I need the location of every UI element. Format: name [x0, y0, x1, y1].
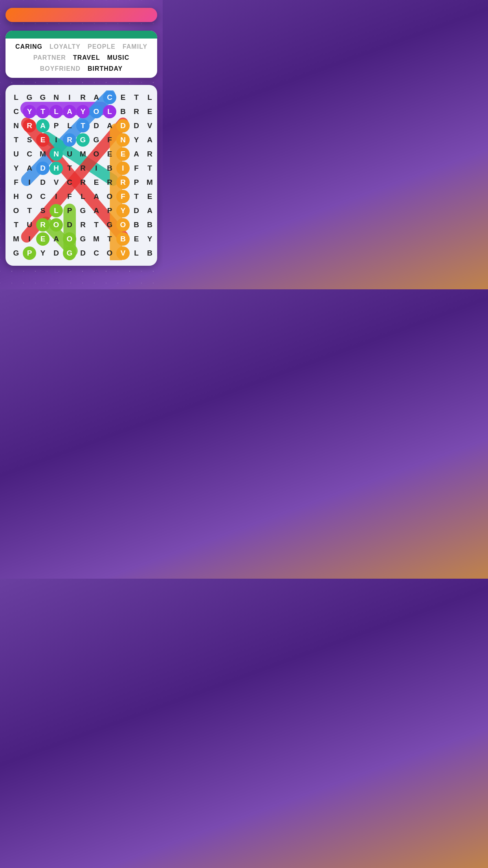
grid-cell[interactable]: T	[103, 232, 116, 246]
grid-cell[interactable]: C	[103, 90, 116, 105]
grid-cell[interactable]: B	[143, 246, 156, 260]
grid-cell[interactable]: A	[103, 119, 116, 133]
grid-cell[interactable]: U	[63, 147, 76, 161]
grid-cell[interactable]: U	[23, 218, 36, 232]
grid-cell[interactable]: F	[103, 133, 116, 147]
grid-cell[interactable]: R	[76, 218, 90, 232]
grid-cell[interactable]: C	[63, 175, 76, 189]
grid-cell[interactable]: R	[76, 161, 90, 175]
grid-cell[interactable]: T	[130, 189, 143, 204]
grid-cell[interactable]: O	[116, 218, 130, 232]
grid-cell[interactable]: R	[23, 119, 36, 133]
grid-cell[interactable]: A	[90, 204, 103, 218]
grid-cell[interactable]: R	[76, 175, 90, 189]
grid-cell[interactable]: G	[90, 133, 103, 147]
grid-cell[interactable]: E	[103, 147, 116, 161]
grid-cell[interactable]: E	[143, 105, 156, 119]
grid-cell[interactable]: S	[36, 204, 50, 218]
grid-cell[interactable]: I	[90, 161, 103, 175]
grid-cell[interactable]: E	[36, 133, 50, 147]
grid-cell[interactable]: B	[116, 232, 130, 246]
grid-cell[interactable]: T	[130, 90, 143, 105]
grid-cell[interactable]: A	[90, 90, 103, 105]
grid-cell[interactable]: A	[36, 119, 50, 133]
grid-cell[interactable]: G	[76, 204, 90, 218]
grid-cell[interactable]: B	[116, 105, 130, 119]
grid-cell[interactable]: O	[90, 105, 103, 119]
grid-cell[interactable]: N	[116, 133, 130, 147]
grid-cell[interactable]: P	[23, 246, 36, 260]
grid-cell[interactable]: L	[76, 189, 90, 204]
grid-cell[interactable]: L	[103, 105, 116, 119]
grid-cell[interactable]: R	[103, 175, 116, 189]
grid-cell[interactable]: D	[130, 119, 143, 133]
grid-cell[interactable]: O	[103, 246, 116, 260]
grid-cell[interactable]: H	[9, 189, 23, 204]
grid-cell[interactable]: I	[50, 133, 63, 147]
grid-cell[interactable]: P	[63, 204, 76, 218]
grid-cell[interactable]: P	[50, 119, 63, 133]
grid-cell[interactable]: F	[130, 161, 143, 175]
grid-cell[interactable]: L	[130, 246, 143, 260]
grid-cell[interactable]: S	[23, 133, 36, 147]
grid-cell[interactable]: G	[76, 133, 90, 147]
grid-cell[interactable]: M	[143, 175, 156, 189]
grid-cell[interactable]: E	[130, 232, 143, 246]
grid-cell[interactable]: D	[50, 246, 63, 260]
grid-cell[interactable]: A	[23, 161, 36, 175]
grid-cell[interactable]: I	[50, 189, 63, 204]
grid-cell[interactable]: O	[9, 204, 23, 218]
grid-cell[interactable]: P	[130, 175, 143, 189]
grid-cell[interactable]: N	[50, 147, 63, 161]
grid-cell[interactable]: A	[130, 147, 143, 161]
grid-cell[interactable]: D	[63, 218, 76, 232]
grid-cell[interactable]: T	[9, 218, 23, 232]
grid-cell[interactable]: A	[143, 133, 156, 147]
grid-cell[interactable]: N	[50, 90, 63, 105]
grid-cell[interactable]: L	[50, 105, 63, 119]
grid-cell[interactable]: T	[143, 161, 156, 175]
grid-cell[interactable]: M	[36, 147, 50, 161]
grid-cell[interactable]: B	[103, 161, 116, 175]
grid-cell[interactable]: M	[90, 232, 103, 246]
grid-cell[interactable]: F	[63, 189, 76, 204]
grid-cell[interactable]: E	[116, 90, 130, 105]
grid-cell[interactable]: I	[116, 161, 130, 175]
grid-cell[interactable]: Y	[23, 105, 36, 119]
grid-cell[interactable]: Y	[116, 204, 130, 218]
grid-cell[interactable]: V	[143, 119, 156, 133]
grid-cell[interactable]: B	[130, 218, 143, 232]
grid-cell[interactable]: D	[36, 175, 50, 189]
grid-cell[interactable]: O	[90, 147, 103, 161]
grid-cell[interactable]: R	[130, 105, 143, 119]
grid-cell[interactable]: P	[103, 204, 116, 218]
grid-cell[interactable]: A	[90, 189, 103, 204]
grid-cell[interactable]: G	[76, 232, 90, 246]
grid-cell[interactable]: T	[76, 119, 90, 133]
grid-cell[interactable]: C	[23, 147, 36, 161]
grid-cell[interactable]: D	[130, 204, 143, 218]
grid-cell[interactable]: F	[9, 175, 23, 189]
grid-cell[interactable]: I	[23, 232, 36, 246]
grid-cell[interactable]: H	[50, 161, 63, 175]
grid-cell[interactable]: O	[23, 189, 36, 204]
grid-cell[interactable]: U	[9, 147, 23, 161]
grid-cell[interactable]: G	[103, 218, 116, 232]
grid-cell[interactable]: L	[50, 204, 63, 218]
grid-cell[interactable]: Y	[9, 161, 23, 175]
grid-cell[interactable]: G	[36, 90, 50, 105]
grid-cell[interactable]: C	[36, 189, 50, 204]
grid-cell[interactable]: F	[116, 189, 130, 204]
grid-cell[interactable]: D	[90, 119, 103, 133]
grid-cell[interactable]: E	[36, 232, 50, 246]
grid-cell[interactable]: G	[63, 246, 76, 260]
grid-cell[interactable]: C	[90, 246, 103, 260]
grid-cell[interactable]: L	[143, 90, 156, 105]
grid-cell[interactable]: I	[23, 175, 36, 189]
grid-cell[interactable]: M	[76, 147, 90, 161]
grid-cell[interactable]: L	[63, 119, 76, 133]
grid-cell[interactable]: O	[50, 218, 63, 232]
grid-cell[interactable]: T	[36, 105, 50, 119]
grid-cell[interactable]: A	[143, 204, 156, 218]
grid-cell[interactable]: V	[50, 175, 63, 189]
